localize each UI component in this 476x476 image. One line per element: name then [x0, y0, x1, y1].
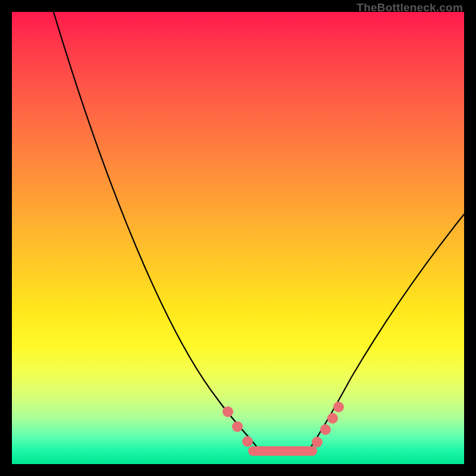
bead-1 — [232, 421, 243, 432]
bead-2 — [242, 436, 253, 447]
bead-6 — [333, 402, 344, 412]
chart-svg — [12, 12, 464, 464]
left-curve — [54, 12, 259, 449]
chart-frame — [12, 12, 464, 464]
bead-0 — [223, 406, 233, 417]
bead-5 — [327, 413, 338, 424]
bead-3 — [312, 437, 322, 447]
bead-4 — [320, 424, 331, 435]
